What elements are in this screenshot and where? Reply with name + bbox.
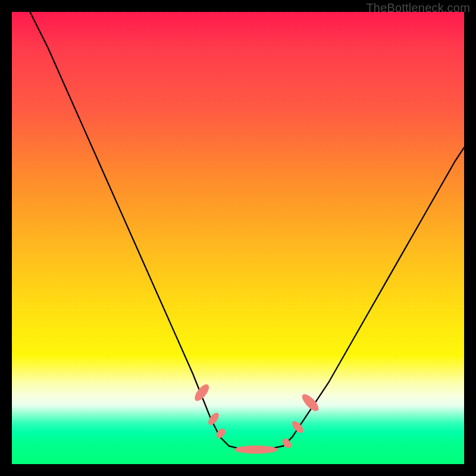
curve-svg xyxy=(12,12,464,464)
chart-frame: TheBottleneck.com xyxy=(0,0,476,476)
left-bead-1 xyxy=(192,382,212,403)
left-curve-path xyxy=(30,12,228,446)
flat-bead xyxy=(234,446,278,454)
plot-area xyxy=(12,12,464,464)
marker-group xyxy=(192,382,321,453)
watermark-text: TheBottleneck.com xyxy=(366,1,470,15)
